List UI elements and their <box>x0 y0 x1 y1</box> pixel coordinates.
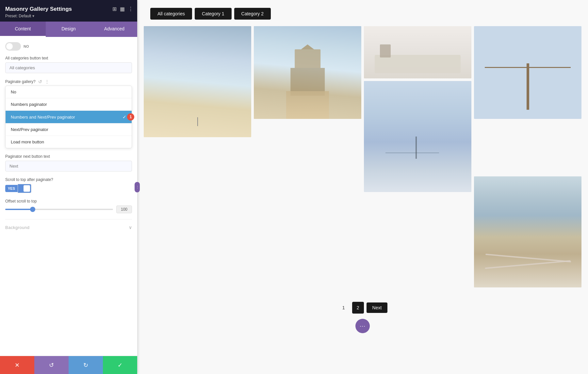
no-toggle-switch[interactable] <box>5 42 21 51</box>
gallery-image-5 <box>364 81 471 192</box>
scroll-toggle-row: YES <box>5 184 132 193</box>
paginate-toggle-row: Paginate gallery? ↺ ⋮ <box>5 79 132 84</box>
paginator-next-input[interactable] <box>5 161 132 171</box>
toggle-yes-label: YES <box>5 185 18 192</box>
gallery-area <box>137 26 588 294</box>
redo-button[interactable]: ↻ <box>69 356 103 374</box>
pagination-area: 1 2 Next <box>338 294 388 319</box>
offset-scroll-label: Offset scroll to top <box>5 199 132 203</box>
tab-design[interactable]: Design <box>46 22 91 37</box>
no-toggle-label: NO <box>24 44 29 48</box>
page-next-button[interactable]: Next <box>367 302 388 313</box>
slider-fill <box>5 209 32 210</box>
more-button-area: ··· <box>355 319 370 340</box>
gallery-image-1 <box>144 26 251 137</box>
settings-panel: Masonry Gallery Settings Preset: Default… <box>0 0 137 374</box>
masonry-grid <box>144 26 581 287</box>
panel-header: Masonry Gallery Settings Preset: Default… <box>0 0 137 22</box>
gallery-image-6 <box>474 176 581 287</box>
panel-header-icons: ⊞ ▦ ⋮ <box>112 6 133 12</box>
all-categories-input[interactable] <box>5 62 132 73</box>
panel-body: NO All categories button text Paginate g… <box>0 37 137 356</box>
gallery-image-2 <box>254 26 361 119</box>
tab-advanced[interactable]: Advanced <box>91 22 137 37</box>
menu-icon[interactable]: ⋮ <box>128 6 133 12</box>
page-2-button[interactable]: 2 <box>352 302 364 314</box>
paginate-reset-icon[interactable]: ↺ <box>38 79 42 84</box>
all-categories-field-group: All categories button text <box>5 56 132 73</box>
option-load-more[interactable]: Load more button <box>6 136 132 148</box>
slider-row: 100 <box>5 205 132 213</box>
category-all-button[interactable]: All categories <box>150 8 192 20</box>
paginate-more-icon[interactable]: ⋮ <box>45 79 49 84</box>
option-no[interactable]: No <box>6 86 132 98</box>
paginator-next-field-group: Paginator next button text <box>5 154 132 171</box>
all-categories-label: All categories button text <box>5 56 132 60</box>
panel-tabs: Content Design Advanced <box>0 22 137 37</box>
background-label: Background <box>5 225 29 230</box>
cancel-button[interactable]: ✕ <box>0 356 34 374</box>
resize-dots-icon: ⋮ <box>136 185 139 189</box>
option-next-prev[interactable]: Next/Prev paginator <box>6 123 132 136</box>
paginator-next-label: Paginator next button text <box>5 154 132 159</box>
paginate-dropdown: No Numbers paginator Numbers and Next/Pr… <box>5 86 132 148</box>
paginate-field-group: Paginate gallery? ↺ ⋮ No Numbers paginat… <box>5 79 132 148</box>
expand-icon[interactable]: ⊞ <box>112 6 117 12</box>
gallery-image-4 <box>474 26 581 119</box>
offset-scroll-field-group: Offset scroll to top 100 <box>5 199 132 213</box>
option-numbers-next[interactable]: Numbers and Next/Prev paginator ✓ 1 <box>6 111 132 123</box>
slider-value: 100 <box>116 205 132 213</box>
page-1-button[interactable]: 1 <box>338 302 350 314</box>
panel-preset: Preset: Default ▾ <box>5 14 132 18</box>
reset-button[interactable]: ↺ <box>34 356 69 374</box>
slider-thumb[interactable] <box>30 207 35 212</box>
slider-track[interactable] <box>5 209 113 210</box>
option-numbers[interactable]: Numbers paginator <box>6 98 132 111</box>
gallery-image-3 <box>364 26 471 78</box>
gallery-content-area: All categories Category 1 Category 2 <box>137 0 588 374</box>
no-toggle-row: NO <box>5 42 132 51</box>
columns-icon[interactable]: ▦ <box>120 6 125 12</box>
resize-handle[interactable]: ⋮ <box>135 182 140 192</box>
more-options-button[interactable]: ··· <box>355 319 370 333</box>
scroll-top-label: Scroll to top after paginate? <box>5 177 132 182</box>
toggle-thumb <box>24 185 30 192</box>
badge-number: 1 <box>127 113 134 121</box>
more-dots-icon: ··· <box>360 323 366 330</box>
scroll-top-field-group: Scroll to top after paginate? YES <box>5 177 132 193</box>
background-section-header[interactable]: Background ∨ <box>5 219 132 233</box>
chevron-down-icon: ∨ <box>129 225 132 230</box>
category-bar: All categories Category 1 Category 2 <box>137 0 284 26</box>
scroll-toggle-switch[interactable] <box>18 184 31 193</box>
paginate-label: Paginate gallery? <box>5 79 36 84</box>
panel-footer: ✕ ↺ ↻ ✓ <box>0 356 137 374</box>
tab-content[interactable]: Content <box>0 22 46 37</box>
check-icon: ✓ <box>122 114 126 120</box>
category-2-button[interactable]: Category 2 <box>234 8 271 20</box>
save-button[interactable]: ✓ <box>103 356 137 374</box>
category-1-button[interactable]: Category 1 <box>195 8 231 20</box>
